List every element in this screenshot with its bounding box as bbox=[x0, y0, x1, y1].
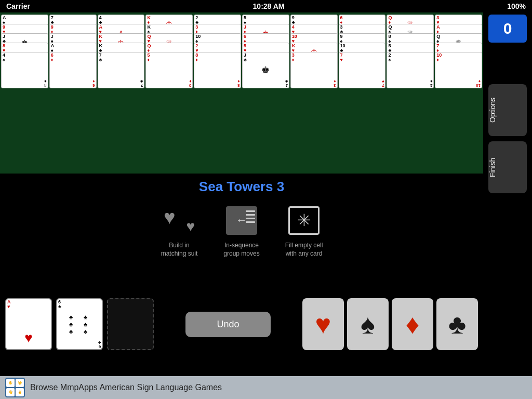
card-7-5[interactable]: 3♦3♦ bbox=[290, 52, 338, 88]
heart-large-icon: ♥ bbox=[164, 206, 176, 229]
footer-text: Browse MmpApps American Sign Language Ga… bbox=[30, 383, 222, 392]
card-6-5[interactable]: ♚J♣J♣ bbox=[242, 52, 289, 88]
foundation-area: ♥ ♠ ♦ ♣ bbox=[302, 298, 478, 350]
options-button[interactable]: Options bbox=[488, 84, 527, 136]
card-7-5-value-br: 3♦ bbox=[334, 79, 336, 87]
card-10-5[interactable]: 10♦10♦ bbox=[435, 52, 482, 88]
card-7-5-value: 3♦ bbox=[292, 53, 295, 62]
status-bar: Carrier 10:28 AM 100% bbox=[0, 0, 532, 12]
foundation-club[interactable]: ♣ bbox=[436, 298, 478, 350]
asl-logo-cell-1: ✋ bbox=[6, 379, 15, 387]
card-col-6[interactable]: 5♠5♠♚J♦J♦6♦6♦5♥5♥♚J♣J♣ bbox=[242, 15, 289, 171]
card-4-5[interactable]: 5♦5♦ bbox=[145, 52, 193, 88]
foundation-diamond-suit: ♦ bbox=[406, 309, 420, 340]
card-col-3[interactable]: 4♣4♣AA♥A♥♔K♥K♥K♣K♣7♣7♣ bbox=[98, 15, 145, 171]
card-col-1[interactable]: A♠A♠9♥9♥♚J♣J♣8♥8♥4♠4♠ bbox=[1, 15, 48, 171]
free-cell-1-value: A♥ bbox=[7, 300, 11, 309]
free-cell-2[interactable]: 6♣ ♣♣ ♣♣ ♣♣ 6♣ bbox=[56, 298, 103, 350]
card-5-5-value: 8♦ bbox=[195, 53, 198, 62]
asl-logo-cell-3: 👋 bbox=[6, 388, 15, 396]
card-9-5-value-br: 2♠ bbox=[430, 79, 432, 87]
card-col-9[interactable]: ♕Q♦Q♦♕Q♠Q♠8♠8♠5♣5♣2♠2♠ bbox=[387, 15, 434, 171]
free-cell-1[interactable]: A♥ ♥ bbox=[5, 298, 52, 350]
card-4-5-value: 5♦ bbox=[147, 53, 150, 62]
card-3-5-value-br: 7♣ bbox=[140, 79, 143, 87]
card-8-5-value-br: 7♥ bbox=[382, 79, 384, 87]
card-6-5-value-br: J♣ bbox=[285, 79, 288, 87]
arrow-box-icon: ← bbox=[226, 206, 257, 235]
hearts-double-icon: ♥ ♥ bbox=[164, 206, 195, 235]
rule-build-suit-label: Build in matching suit bbox=[156, 242, 203, 258]
info-panel: Sea Towers 3 ♥ ♥ Build in matching suit bbox=[0, 174, 483, 293]
game-title: Sea Towers 3 bbox=[199, 179, 284, 195]
card-8-5[interactable]: 7♥7♥ bbox=[339, 52, 386, 88]
rule-fill-empty: ✳ Fill empty cell with any card bbox=[281, 202, 327, 258]
battery-label: 100% bbox=[507, 2, 526, 10]
arrow-line-4 bbox=[246, 221, 255, 223]
rule-arrow-icon: ← bbox=[223, 202, 260, 238]
asl-logo[interactable]: ✋ 🤟 👋 ✌ bbox=[5, 378, 25, 397]
card-3-5-value: 7♣ bbox=[99, 53, 102, 62]
card-1-5-value: 4♠ bbox=[3, 53, 5, 62]
card-5-5[interactable]: 8♦8♦ bbox=[194, 52, 241, 88]
card-5-5-value-br: 8♦ bbox=[237, 79, 240, 87]
card-2-5-value: 6♦ bbox=[51, 53, 54, 62]
card-8-5-value: 7♥ bbox=[340, 53, 343, 62]
bottom-row: A♥ ♥ 6♣ ♣♣ ♣♣ ♣♣ 6♣ Undo bbox=[0, 293, 483, 355]
card-3-5[interactable]: 7♣7♣ bbox=[98, 52, 145, 88]
free-cell-3[interactable] bbox=[107, 298, 154, 350]
finish-button[interactable]: Finish bbox=[488, 141, 527, 193]
foundation-club-suit: ♣ bbox=[448, 309, 466, 340]
footer: ✋ 🤟 👋 ✌ Browse MmpApps American Sign Lan… bbox=[0, 376, 532, 399]
card-2-5-value-br: 6♦ bbox=[92, 79, 95, 87]
rule-in-sequence-label: In-sequence group moves bbox=[218, 242, 265, 258]
carrier-label: Carrier bbox=[6, 2, 30, 10]
arrow-line-2 bbox=[246, 214, 255, 216]
rule-fill-empty-label: Fill empty cell with any card bbox=[281, 242, 327, 258]
free-cell-1-suit: ♥ bbox=[24, 330, 32, 346]
foundation-heart-suit: ♥ bbox=[315, 309, 331, 340]
game-area: A♠A♠9♥9♥♚J♣J♣8♥8♥4♠4♠7♣7♣9♦9♦J♠J♠A♠A♠6♦6… bbox=[0, 12, 532, 399]
free-cell-2-value-br: 6♣ bbox=[98, 340, 101, 349]
rule-in-sequence: ← In-sequence group moves bbox=[218, 202, 265, 258]
card-1-5-value-br: 4♠ bbox=[44, 79, 46, 87]
card-10-5-value: 10♦ bbox=[436, 53, 442, 62]
card-10-5-value-br: 10♦ bbox=[476, 79, 481, 87]
asterisk-box-icon: ✳ bbox=[288, 206, 320, 235]
card-4-5-value-br: 5♦ bbox=[189, 79, 191, 87]
arrow-line-3 bbox=[246, 218, 255, 219]
heart-small-icon: ♥ bbox=[186, 218, 195, 235]
undo-button[interactable]: Undo bbox=[185, 312, 270, 337]
asl-logo-cell-2: 🤟 bbox=[16, 379, 24, 387]
asl-logo-cell-4: ✌ bbox=[16, 388, 24, 396]
free-cell-2-pips: ♣♣ ♣♣ ♣♣ bbox=[69, 314, 90, 335]
arrow-line-1 bbox=[246, 210, 255, 212]
foundation-diamond[interactable]: ♦ bbox=[392, 298, 433, 350]
rules-row: ♥ ♥ Build in matching suit ← bbox=[156, 202, 327, 258]
foundation-heart[interactable]: ♥ bbox=[302, 298, 344, 350]
rule-build-suit: ♥ ♥ Build in matching suit bbox=[156, 202, 203, 258]
time-label: 10:28 AM bbox=[253, 2, 285, 10]
rule-asterisk-icon: ✳ bbox=[286, 202, 322, 238]
card-col-8[interactable]: 6♦6♦3♣3♣9♠9♠10♣10♣7♥7♥ bbox=[339, 15, 386, 171]
card-6-5-face: ♚ bbox=[261, 64, 270, 76]
arrow-lines-icon bbox=[246, 210, 255, 223]
foundation-spade[interactable]: ♠ bbox=[347, 298, 389, 350]
card-col-5[interactable]: 2♣2♣3♦3♦10♠10♠2♥2♥8♦8♦ bbox=[194, 15, 241, 171]
score-box: 0 bbox=[488, 15, 527, 43]
card-9-5[interactable]: 2♠2♠ bbox=[387, 52, 434, 88]
card-col-7[interactable]: 9♣9♣4♥4♥10♥10♥♔K♥K♥3♦3♦ bbox=[290, 15, 338, 171]
card-1-5[interactable]: 4♠4♠ bbox=[1, 52, 48, 88]
rule-hearts-icon: ♥ ♥ bbox=[161, 202, 197, 238]
foundation-spade-suit: ♠ bbox=[361, 309, 375, 340]
free-cell-2-value: 6♣ bbox=[58, 300, 61, 309]
card-col-4[interactable]: ♔K♦K♦K♠K♠♕Q♥Q♥Q♦Q♦5♦5♦ bbox=[145, 15, 193, 171]
card-2-5[interactable]: 6♦6♦ bbox=[49, 52, 97, 88]
card-columns: A♠A♠9♥9♥♚J♣J♣8♥8♥4♠4♠7♣7♣9♦9♦J♠J♠A♠A♠6♦6… bbox=[0, 12, 483, 399]
card-9-5-value: 2♠ bbox=[388, 53, 391, 62]
card-col-2[interactable]: 7♣7♣9♦9♦J♠J♠A♠A♠6♦6♦ bbox=[49, 15, 97, 171]
card-table: A♠A♠9♥9♥♚J♣J♣8♥8♥4♠4♠7♣7♣9♦9♦J♠J♠A♠A♠6♦6… bbox=[0, 12, 483, 174]
card-col-10[interactable]: 3♥3♥A♦A♦♕Q♠Q♠7♦7♦10♦10♦ bbox=[435, 15, 482, 171]
right-panel: 0 Options Finish bbox=[483, 12, 532, 399]
undo-area: Undo bbox=[158, 312, 298, 337]
